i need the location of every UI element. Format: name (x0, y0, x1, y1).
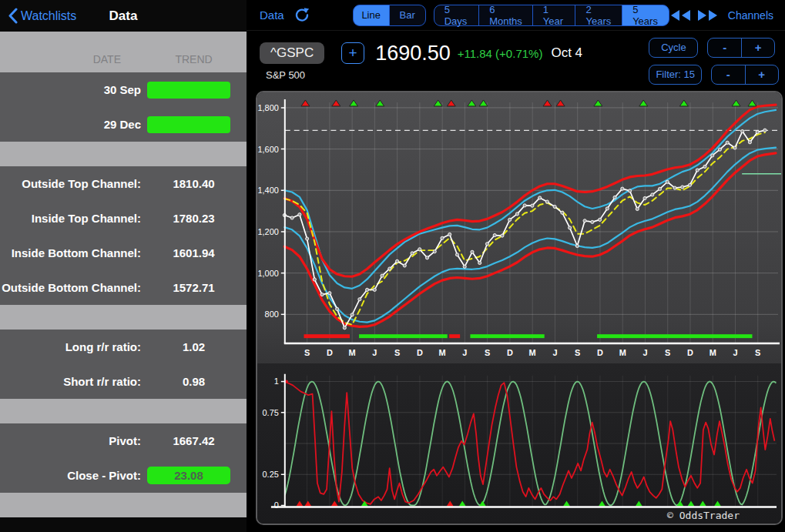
cycle-minus-button[interactable]: - (708, 38, 741, 57)
range-5-years-button[interactable]: 5 Years (622, 5, 669, 26)
trend-row-29-dec: 29 Dec (0, 107, 247, 142)
section-divider (0, 305, 247, 330)
trend-row-date: 29 Dec (0, 118, 141, 131)
svg-text:1: 1 (274, 377, 279, 386)
back-to-watchlists-button[interactable]: Watchlists (8, 8, 76, 24)
row-value: 1667.42 (141, 434, 247, 447)
svg-text:D: D (687, 348, 693, 357)
filter-minus-button[interactable]: - (712, 65, 745, 84)
trend-column-header: TREND (141, 53, 247, 65)
sidebar-navbar: Watchlists Data (0, 0, 247, 32)
bar-chart-button[interactable]: Bar (389, 5, 426, 26)
cycle-plus-button[interactable]: + (741, 38, 775, 57)
row-value: 1572.71 (141, 281, 247, 294)
quote-date: Oct 4 (551, 45, 582, 61)
svg-text:S: S (575, 348, 580, 357)
filter-button[interactable]: Filter: 15 (649, 65, 702, 85)
svg-text:1,400: 1,400 (257, 186, 278, 195)
price-change: +11.84 (+0.71%) (458, 47, 543, 60)
svg-text:800: 800 (265, 309, 279, 319)
row-value: 1.02 (141, 340, 247, 353)
date-column-header: DATE (0, 53, 141, 65)
trend-row-date: 30 Sep (0, 83, 141, 96)
app-screen: Watchlists Data DATE TREND 30 Sep 29 Dec… (0, 0, 785, 532)
chart-panel: 1,8001,6001,4001,2001,000800SDMJSDMJSDMJ… (256, 91, 783, 525)
svg-text:1,200: 1,200 (257, 227, 278, 236)
svg-text:0: 0 (274, 500, 279, 510)
range-6-months-button[interactable]: 6 Months (478, 5, 533, 26)
svg-text:S: S (304, 348, 310, 357)
svg-text:S: S (755, 348, 760, 357)
svg-text:J: J (642, 348, 647, 357)
close-pivot-row: Close - Pivot: 23.08 (0, 458, 247, 493)
row-label: Outside Top Channel: (0, 177, 141, 190)
section-divider (0, 493, 247, 517)
section-divider (0, 142, 247, 166)
svg-text:M: M (529, 348, 536, 357)
svg-text:D: D (507, 348, 513, 357)
price-channel-chart[interactable]: 1,8001,6001,4001,2001,000800SDMJSDMJSDMJ… (257, 92, 781, 363)
svg-text:D: D (597, 348, 603, 357)
range-5-days-button[interactable]: 5 Days (434, 5, 479, 26)
back-label: Watchlists (21, 9, 76, 23)
pan-left-icon[interactable] (669, 9, 692, 22)
svg-text:S: S (665, 348, 670, 357)
row-label: Long r/r ratio: (0, 340, 141, 353)
data-sidebar: Watchlists Data DATE TREND 30 Sep 29 Dec… (0, 0, 247, 532)
row-label: Pivot: (0, 434, 141, 447)
trend-bar-indicator (147, 82, 230, 99)
svg-text:J: J (462, 348, 467, 357)
pivot-row: Pivot: 1667.42 (0, 423, 247, 458)
add-symbol-button[interactable]: + (341, 42, 364, 64)
row-label: Short r/r ratio: (0, 375, 141, 388)
outside-top-channel-row: Outside Top Channel: 1810.40 (0, 166, 247, 201)
svg-text:1,000: 1,000 (257, 269, 278, 278)
filter-stepper: - + (711, 65, 779, 85)
pan-arrows (669, 9, 719, 22)
svg-text:0.25: 0.25 (263, 470, 279, 479)
close-pivot-value-badge: 23.08 (147, 467, 230, 484)
chart-toolbar: Data Line Bar 5 Days 6 Months 1 Year 2 Y… (247, 0, 785, 31)
svg-text:M: M (439, 348, 446, 357)
back-chevron-icon (8, 8, 18, 24)
time-range-segmented-control: 5 Days 6 Months 1 Year 2 Years 5 Years (434, 5, 669, 26)
data-menu-button[interactable]: Data (260, 8, 284, 22)
table-header: DATE TREND (0, 32, 247, 72)
line-chart-button[interactable]: Line (353, 5, 390, 26)
row-label: Outside Bottom Channel: (0, 281, 141, 294)
svg-text:J: J (552, 348, 557, 357)
cycle-stepper: - + (707, 38, 775, 58)
symbol-chip[interactable]: ^GSPC (260, 42, 324, 64)
ticker-bar: ^GSPC + 1690.50 +11.84 (+0.71%) Oct 4 S&… (247, 31, 785, 91)
long-rr-ratio-row: Long r/r ratio: 1.02 (0, 330, 247, 364)
row-label: Inside Bottom Channel: (0, 246, 141, 259)
short-rr-ratio-row: Short r/r ratio: 0.98 (0, 364, 247, 399)
last-price: 1690.50 (375, 42, 451, 65)
range-2-years-button[interactable]: 2 Years (575, 5, 622, 26)
trend-bar-indicator (147, 116, 230, 133)
pan-right-icon[interactable] (696, 9, 719, 22)
svg-text:D: D (417, 348, 423, 357)
row-value: 0.98 (141, 375, 247, 388)
svg-text:M: M (619, 348, 626, 357)
channels-button[interactable]: Channels (728, 9, 773, 22)
cycle-button[interactable]: Cycle (649, 38, 698, 58)
svg-text:S: S (485, 348, 490, 357)
outside-bottom-channel-row: Outside Bottom Channel: 1572.71 (0, 270, 247, 305)
range-1-year-button[interactable]: 1 Year (532, 5, 576, 26)
svg-text:0.75: 0.75 (263, 408, 279, 417)
oscillator-area: 10.750.250 © OddsTrader (257, 363, 781, 524)
price-chart-area[interactable]: 1,8001,6001,4001,2001,000800SDMJSDMJSDMJ… (257, 92, 781, 363)
svg-text:1,800: 1,800 (257, 103, 278, 112)
copyright-label: © OddsTrader (667, 510, 740, 521)
symbol-name: S&P 500 (266, 69, 582, 81)
refresh-icon[interactable] (294, 7, 310, 23)
row-value: 1601.94 (141, 246, 247, 259)
svg-text:M: M (349, 348, 356, 357)
svg-text:S: S (394, 348, 400, 357)
svg-text:J: J (372, 348, 377, 357)
svg-text:M: M (710, 348, 716, 357)
row-value: 1780.23 (141, 212, 247, 225)
sidebar-filler (0, 517, 247, 532)
filter-plus-button[interactable]: + (745, 65, 779, 84)
